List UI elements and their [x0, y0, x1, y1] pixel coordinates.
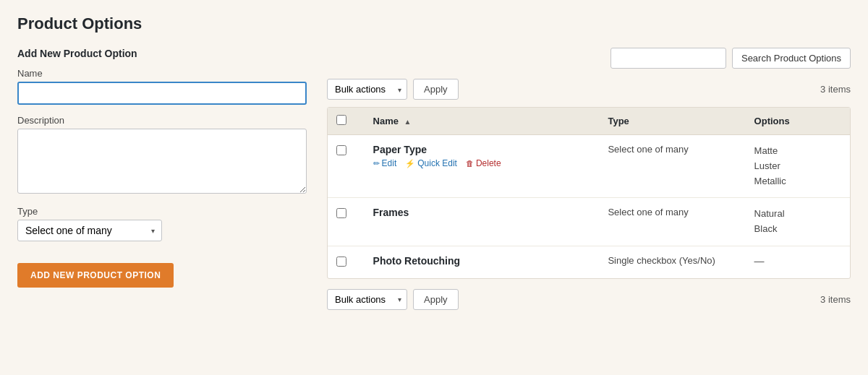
- edit-icon: ✏: [373, 159, 380, 168]
- select-all-checkbox[interactable]: [336, 115, 346, 125]
- name-label: Name: [17, 68, 307, 79]
- top-actions-bar: Bulk actions ▾ Apply 3 items: [327, 79, 851, 100]
- options-list: NaturalBlack: [754, 207, 841, 237]
- search-button[interactable]: Search Product Options: [732, 48, 851, 69]
- top-items-count: 3 items: [820, 84, 851, 95]
- header-type: Type: [599, 108, 745, 135]
- type-label: Type: [17, 206, 307, 217]
- bulk-actions-select[interactable]: Bulk actions: [327, 79, 407, 100]
- table-header-row: Name ▲ Type Options: [328, 108, 850, 135]
- description-input[interactable]: [17, 129, 307, 194]
- row-options-cell: MatteLusterMetallic: [746, 135, 850, 198]
- delete-link[interactable]: 🗑 Delete: [466, 158, 501, 168]
- right-panel: Search Product Options Bulk actions ▾ Ap…: [327, 48, 851, 310]
- bulk-actions-wrapper: Bulk actions ▾: [327, 79, 407, 100]
- bottom-actions-left: Bulk actions ▾ Apply: [327, 289, 459, 310]
- edit-link[interactable]: ✏ Edit: [373, 158, 397, 168]
- name-input[interactable]: [17, 82, 307, 105]
- quick-edit-link[interactable]: ⚡ Quick Edit: [405, 158, 457, 168]
- quick-edit-icon: ⚡: [405, 159, 415, 168]
- header-check-cell: [328, 108, 365, 135]
- name-sort-icon: ▲: [404, 118, 412, 126]
- bottom-items-count: 3 items: [820, 294, 851, 305]
- type-select[interactable]: Select one of many Single checkbox (Yes/…: [17, 220, 162, 241]
- row-checkbox[interactable]: [336, 208, 346, 218]
- row-type-cell: Select one of many: [599, 198, 745, 246]
- name-field-group: Name: [17, 68, 307, 105]
- top-actions-left: Bulk actions ▾ Apply: [327, 79, 459, 100]
- table-row: Photo RetouchingSingle checkbox (Yes/No)…: [328, 246, 850, 278]
- add-new-product-option-button[interactable]: ADD NEW PRODUCT OPTION: [17, 263, 174, 288]
- row-actions: ✏ Edit⚡ Quick Edit🗑 Delete: [373, 158, 591, 168]
- bottom-bulk-actions-select[interactable]: Bulk actions: [327, 289, 407, 310]
- bottom-apply-button[interactable]: Apply: [413, 289, 459, 310]
- header-options: Options: [746, 108, 850, 135]
- bottom-actions-bar: Bulk actions ▾ Apply 3 items: [327, 289, 851, 310]
- options-dash: —: [754, 255, 765, 267]
- row-check-cell: [328, 135, 365, 198]
- row-checkbox[interactable]: [336, 257, 346, 267]
- row-name-cell: Photo Retouching: [365, 246, 600, 278]
- type-field-group: Type Select one of many Single checkbox …: [17, 206, 307, 241]
- row-check-cell: [328, 246, 365, 278]
- delete-icon: 🗑: [466, 159, 474, 168]
- table-row: Paper Type✏ Edit⚡ Quick Edit🗑 DeleteSele…: [328, 135, 850, 198]
- row-name-cell: Paper Type✏ Edit⚡ Quick Edit🗑 Delete: [365, 135, 600, 198]
- form-section-title: Add New Product Option: [17, 48, 307, 59]
- page-title: Product Options: [17, 14, 851, 33]
- row-check-cell: [328, 198, 365, 246]
- search-bar: Search Product Options: [327, 48, 851, 69]
- row-type-cell: Select one of many: [599, 135, 745, 198]
- row-checkbox[interactable]: [336, 145, 346, 155]
- options-list: MatteLusterMetallic: [754, 144, 841, 189]
- description-field-group: Description: [17, 115, 307, 196]
- product-options-table-container: Name ▲ Type Options Paper Type✏ Edit⚡ Qu…: [327, 107, 851, 279]
- header-name[interactable]: Name ▲: [365, 108, 600, 135]
- product-name: Photo Retouching: [373, 255, 591, 267]
- description-label: Description: [17, 115, 307, 126]
- row-type-cell: Single checkbox (Yes/No): [599, 246, 745, 278]
- row-options-cell: NaturalBlack: [746, 198, 850, 246]
- row-options-cell: —: [746, 246, 850, 278]
- row-name-cell: Frames: [365, 198, 600, 246]
- top-apply-button[interactable]: Apply: [413, 79, 459, 100]
- type-select-wrapper: Select one of many Single checkbox (Yes/…: [17, 220, 162, 241]
- add-product-option-form: Add New Product Option Name Description …: [17, 48, 307, 288]
- product-options-table: Name ▲ Type Options Paper Type✏ Edit⚡ Qu…: [328, 108, 850, 278]
- product-name: Paper Type: [373, 144, 591, 155]
- search-input[interactable]: [610, 48, 726, 69]
- product-name: Frames: [373, 207, 591, 218]
- bottom-bulk-actions-wrapper: Bulk actions ▾: [327, 289, 407, 310]
- table-row: FramesSelect one of manyNaturalBlack: [328, 198, 850, 246]
